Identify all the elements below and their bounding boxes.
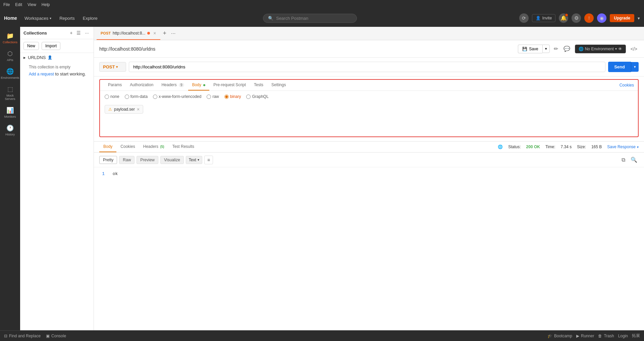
menu-edit[interactable]: Edit [15,2,22,7]
format-raw-button[interactable]: Raw [119,156,135,164]
console-icon: ▣ [46,334,50,338]
mock-servers-icon: ⬚ [7,86,13,93]
invite-button[interactable]: 👤 Invite [532,14,556,22]
tab-more-button[interactable]: ··· [169,31,177,37]
body-type-row: none form-data x-www-form-urlencoded raw… [100,91,638,102]
body-graphql-option[interactable]: GraphQL [246,94,268,99]
sidebar-new-import: New Import [20,39,94,53]
body-binary-radio[interactable] [224,95,229,99]
extension-item[interactable]: 拓展 [632,333,640,339]
body-raw-radio[interactable] [207,95,211,99]
comment-icon[interactable]: 💬 [562,44,572,53]
add-request-link[interactable]: Add a request [29,72,54,76]
send-button[interactable]: Send [608,62,631,72]
filter-icon[interactable]: ☰ [75,30,82,36]
tab-add-button[interactable]: + [161,30,169,37]
sidebar-more-icon[interactable]: ··· [84,30,90,36]
tab-params[interactable]: Params [104,80,126,91]
bootcamp-icon: 🎓 [547,334,552,338]
sidebar-item-history[interactable]: 🕐 History [1,122,19,139]
save-button[interactable]: 💾 Save [518,45,542,53]
runner-item[interactable]: ▶ Runner [576,333,594,339]
trash-item[interactable]: 🗑 Trash [598,333,614,339]
env-globe-icon: 🌐 [579,47,584,51]
format-pretty-button[interactable]: Pretty [99,156,117,164]
search-input[interactable] [276,16,343,21]
format-preview-button[interactable]: Preview [137,156,158,164]
sidebar-item-apis[interactable]: ⬡ APIs [1,47,19,64]
format-visualize-button[interactable]: Visualize [160,156,184,164]
send-dropdown-button[interactable]: ▾ [631,62,639,72]
tab-authorization[interactable]: Authorization [126,80,157,91]
remove-file-button[interactable]: × [137,107,140,112]
resp-tab-headers[interactable]: Headers (5) [139,141,168,152]
env-selector[interactable]: 🌐 No Environment ▾ 👁 [575,45,626,53]
tab-bar: POST http://localhost:8... × + ··· [94,27,644,40]
sidebar-item-mock-servers[interactable]: ⬚ Mock Servers [1,83,19,103]
tab-pre-request[interactable]: Pre-request Script [209,80,250,91]
menu-file[interactable]: File [3,2,10,7]
reports-nav[interactable]: Reports [56,14,78,22]
avatar-icon[interactable]: ◉ [597,13,606,23]
menu-view[interactable]: View [28,2,36,7]
method-label: POST [103,64,115,69]
body-urlencoded-option[interactable]: x-www-form-urlencoded [153,94,201,99]
body-form-data-radio[interactable] [125,95,129,99]
wrap-lines-button[interactable]: ≡ [204,156,213,164]
upgrade-button[interactable]: Upgrade [610,14,634,22]
new-button[interactable]: New [23,42,39,50]
method-select[interactable]: POST ▾ [99,62,126,72]
import-button[interactable]: Import [42,42,60,50]
find-replace-item[interactable]: ⊟ Find and Replace [4,334,41,338]
console-item[interactable]: ▣ Console [46,334,66,338]
text-type-select[interactable]: Text ▾ [186,156,202,164]
code-toggle-icon[interactable]: </> [629,45,639,53]
header-actions: ⟳ 👤 Invite 🔔 ⚙ ! ◉ Upgrade ▾ [519,13,640,23]
settings-icon[interactable]: ⚙ [572,13,581,23]
body-none-radio[interactable] [105,95,109,99]
sync-icon[interactable]: ⟳ [519,13,529,23]
body-urlencoded-radio[interactable] [153,95,157,99]
tab-body[interactable]: Body [188,80,210,91]
add-collection-button[interactable]: + [68,30,74,36]
search-icon: 🔍 [268,16,273,21]
tab-close-icon[interactable]: × [153,31,156,36]
explore-nav[interactable]: Explore [79,14,101,22]
search-box[interactable]: 🔍 [263,14,357,23]
body-none-option[interactable]: none [105,94,119,99]
monitors-icon: 📊 [6,107,14,114]
tab-tests[interactable]: Tests [250,80,267,91]
resp-tab-test-results[interactable]: Test Results [168,141,198,152]
request-url-display: http://localhost:8080/urldns [99,46,515,52]
save-response-button[interactable]: Save Response ▾ [607,145,639,149]
login-item[interactable]: Login [618,333,628,339]
tab-headers[interactable]: Headers 9 [157,80,188,91]
body-graphql-radio[interactable] [246,95,251,99]
alert-icon[interactable]: ! [584,13,594,23]
bootcamp-item[interactable]: 🎓 Bootcamp [547,333,572,339]
tab-settings[interactable]: Settings [267,80,290,91]
copy-response-button[interactable]: ⧉ [620,155,627,164]
body-binary-option[interactable]: binary [224,94,241,99]
search-response-button[interactable]: 🔍 [629,155,639,164]
collection-name[interactable]: ▸ URLDNS 👤 [23,55,90,60]
tab-url-label: http://localhost:8... [113,31,145,36]
body-raw-option[interactable]: raw [207,94,219,99]
body-form-data-option[interactable]: form-data [125,94,148,99]
active-tab[interactable]: POST http://localhost:8... × [97,27,160,40]
menu-help[interactable]: Help [42,2,50,7]
resp-tab-body[interactable]: Body [99,141,116,152]
upgrade-chevron-icon[interactable]: ▾ [638,16,640,21]
resp-tab-cookies[interactable]: Cookies [116,141,139,152]
workspaces-nav[interactable]: Workspaces ▾ [21,14,55,22]
sidebar-item-collections[interactable]: 📁 Collections [1,30,19,47]
cookies-link[interactable]: Cookies [620,83,634,88]
notification-bell-icon[interactable]: 🔔 [559,13,568,23]
sidebar-item-monitors[interactable]: 📊 Monitors [1,104,19,121]
sidebar-item-environments[interactable]: 🌐 Environments [1,65,19,82]
trash-icon: 🗑 [598,334,602,338]
home-nav[interactable]: Home [4,15,17,21]
edit-icon[interactable]: ✏ [552,44,559,53]
url-input[interactable] [129,62,605,72]
save-dropdown-button[interactable]: ▾ [542,45,550,53]
